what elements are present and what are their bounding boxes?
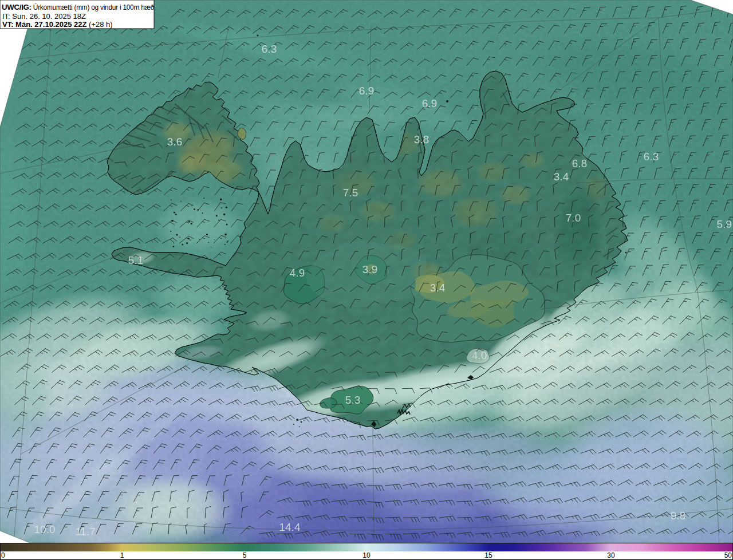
svg-text:4.0: 4.0 [472,349,487,361]
svg-text:3.9: 3.9 [362,263,377,275]
svg-text:7.0: 7.0 [566,212,581,224]
svg-text:9.8: 9.8 [671,510,685,522]
svg-text:14.4: 14.4 [279,521,301,533]
svg-text:11.7: 11.7 [75,526,96,538]
svg-text:3.6: 3.6 [167,136,182,148]
svg-text:3.8: 3.8 [414,133,429,145]
svg-text:6.3: 6.3 [262,43,277,55]
svg-text:10.0: 10.0 [34,523,56,535]
svg-text:UWC/IG: Úrkomumætti (mm) og vi: UWC/IG: Úrkomumætti (mm) og vindur i 100… [2,3,155,11]
svg-text:6.8: 6.8 [572,157,587,169]
svg-text:10: 10 [362,551,371,559]
svg-text:7.5: 7.5 [343,187,358,199]
svg-text:5.1: 5.1 [128,254,143,266]
svg-text:5.3: 5.3 [345,394,360,406]
svg-text:5: 5 [243,551,247,559]
svg-text:IT: Sun. 26. 10. 2025 18Z: IT: Sun. 26. 10. 2025 18Z [2,12,86,21]
svg-text:30: 30 [607,551,615,559]
svg-text:4.9: 4.9 [290,267,305,279]
svg-text:6.9: 6.9 [359,85,374,97]
svg-text:15: 15 [484,551,492,559]
svg-text:3.4: 3.4 [430,282,446,294]
svg-text:6.9: 6.9 [422,97,437,109]
svg-text:1: 1 [120,551,124,559]
svg-text:6.3: 6.3 [644,151,659,163]
svg-text:0: 0 [1,551,5,559]
svg-text:50: 50 [724,551,732,559]
svg-text:5.9: 5.9 [717,218,732,230]
svg-text:VT: Mán. 27.10.2025 22Z (+28 h: VT: Mán. 27.10.2025 22Z (+28 h) [2,20,113,29]
svg-text:3.4: 3.4 [554,171,569,183]
